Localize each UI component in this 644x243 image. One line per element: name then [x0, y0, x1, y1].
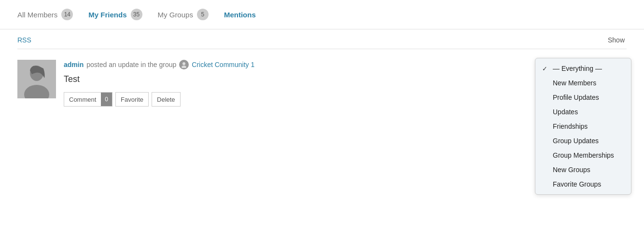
- check-icon-0: ✓: [542, 65, 549, 72]
- delete-label: Delete: [152, 93, 180, 106]
- tab-mentions-label: Mentions: [224, 11, 256, 19]
- show-label: Show: [608, 36, 625, 44]
- dropdown-item-label-3: Updates: [553, 108, 578, 115]
- dropdown-item-1[interactable]: New Members: [535, 76, 631, 90]
- tab-my-groups[interactable]: My Groups 5: [158, 9, 209, 22]
- dropdown-item-label-2: Profile Updates: [553, 94, 599, 101]
- dropdown-item-0[interactable]: ✓— Everything —: [535, 61, 631, 76]
- activity-group[interactable]: Cricket Community 1: [192, 61, 254, 68]
- group-icon: [179, 60, 189, 69]
- comment-label: Comment: [64, 93, 101, 106]
- tab-mentions[interactable]: Mentions: [224, 11, 256, 21]
- dropdown-item-label-0: — Everything —: [553, 65, 602, 72]
- dropdown-menu: ✓— Everything —New MembersProfile Update…: [535, 58, 631, 115]
- delete-button[interactable]: Delete: [152, 92, 181, 107]
- comment-count: 0: [101, 93, 112, 106]
- tab-bar: All Members 14 My Friends 35 My Groups 5…: [0, 0, 644, 29]
- comment-button[interactable]: Comment 0: [64, 92, 112, 107]
- tab-my-friends[interactable]: My Friends 35: [88, 9, 142, 22]
- toolbar: RSS Show: [0, 29, 644, 49]
- tab-my-groups-label: My Groups: [158, 11, 193, 19]
- dropdown-item-3[interactable]: Updates: [535, 105, 631, 115]
- tab-my-friends-label: My Friends: [88, 11, 126, 19]
- tab-all-members[interactable]: All Members 14: [17, 9, 73, 22]
- show-container: Show: [608, 36, 627, 44]
- svg-point-3: [182, 62, 185, 65]
- svg-point-4: [182, 66, 186, 68]
- activity-user[interactable]: admin: [64, 61, 84, 68]
- avatar-image: [17, 60, 56, 98]
- tab-my-friends-badge: 35: [131, 9, 142, 20]
- avatar: [17, 60, 56, 98]
- dropdown-item-2[interactable]: Profile Updates: [535, 90, 631, 105]
- tab-all-members-badge: 14: [61, 9, 73, 20]
- rss-link[interactable]: RSS: [17, 36, 31, 44]
- favorite-label: Favorite: [116, 93, 148, 106]
- dropdown-item-label-1: New Members: [553, 79, 596, 87]
- favorite-button[interactable]: Favorite: [115, 92, 149, 107]
- tab-my-groups-badge: 5: [197, 9, 209, 20]
- activity-action: posted an update in the group: [86, 61, 176, 68]
- tab-all-members-label: All Members: [17, 11, 57, 19]
